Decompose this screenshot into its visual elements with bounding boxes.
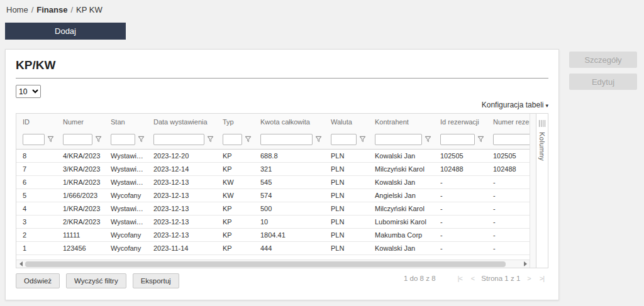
table-cell: - <box>487 241 530 254</box>
scrollbar-thumb[interactable] <box>25 261 506 267</box>
grid-viewport: IDNumerStanData wystawieniaTypKwota całk… <box>16 114 530 268</box>
filter-funnel-icon[interactable] <box>245 136 252 143</box>
table-cell: Wystawiony <box>104 149 147 162</box>
table-cell: - <box>487 202 530 215</box>
column-filter-cell <box>369 130 434 149</box>
breadcrumb-finanse[interactable]: Finanse <box>36 5 67 14</box>
edit-button[interactable]: Edytuj <box>569 74 637 90</box>
export-button[interactable]: Eksportuj <box>133 273 179 288</box>
table-cell: 2023-12-13 <box>147 202 216 215</box>
table-cell: PLN <box>325 189 369 202</box>
column-header[interactable]: Numer <box>57 114 104 130</box>
table-cell: 2/KRA/2023 <box>57 215 104 228</box>
page-indicator: Strona 1 z 1 <box>481 275 520 282</box>
table-cell: 2023-12-20 <box>147 149 216 162</box>
filter-input[interactable] <box>63 134 92 145</box>
table-cell: KW <box>216 189 254 202</box>
table-cell: 2023-12-14 <box>147 162 216 175</box>
table-cell: 321 <box>254 162 325 175</box>
table-cell: Wycofany <box>104 241 147 254</box>
table-cell: 102488 <box>487 162 530 175</box>
clear-filters-button[interactable]: Wyczyść filtry <box>66 273 126 288</box>
filter-input[interactable] <box>331 134 357 145</box>
scroll-right-button[interactable] <box>521 261 530 266</box>
table-row[interactable]: 84/KRA/2023Wystawiony2023-12-20KP688.8PL… <box>16 149 530 162</box>
table-scroll-area[interactable]: IDNumerStanData wystawieniaTypKwota całk… <box>16 114 530 260</box>
filter-input[interactable] <box>23 134 45 145</box>
breadcrumb: Home/Finanse/KP KW <box>6 5 103 14</box>
table-cell: Kowalski Jan <box>369 149 434 162</box>
column-header[interactable]: Numer rezerwacji <box>487 114 530 130</box>
table-cell: PLN <box>325 202 369 215</box>
add-button[interactable]: Dodaj <box>5 23 126 40</box>
filter-input[interactable] <box>493 134 530 145</box>
column-header[interactable]: Kontrahent <box>369 114 434 130</box>
table-cell: 3 <box>16 215 57 228</box>
scroll-left-button[interactable] <box>16 261 25 266</box>
horizontal-scrollbar[interactable] <box>16 260 530 268</box>
table-row[interactable]: 61/KRA/2023Wystawiony2023-12-13KW545PLNK… <box>16 175 530 189</box>
data-grid: IDNumerStanData wystawieniaTypKwota całk… <box>16 113 548 268</box>
filter-funnel-icon[interactable] <box>425 136 431 143</box>
breadcrumb-separator: / <box>31 5 34 14</box>
filter-input[interactable] <box>260 134 313 145</box>
filter-funnel-icon[interactable] <box>95 136 102 143</box>
table-cell: - <box>487 175 530 189</box>
filter-input[interactable] <box>223 134 242 145</box>
next-page-button[interactable]: > <box>527 275 530 282</box>
last-page-button[interactable]: >| <box>540 275 544 282</box>
filter-funnel-icon[interactable] <box>359 136 366 143</box>
page-size-select[interactable]: 10 <box>16 85 41 98</box>
table-cell: 5 <box>16 189 57 202</box>
filter-input[interactable] <box>440 134 475 145</box>
left-arrow-icon <box>19 261 23 266</box>
title-divider <box>16 78 548 79</box>
table-cell: 688.8 <box>254 149 325 162</box>
breadcrumb-separator: / <box>70 5 73 14</box>
column-header[interactable]: Id rezerwacji <box>434 114 487 130</box>
table-cell: 4/KRA/2023 <box>57 149 104 162</box>
column-header[interactable]: ID <box>16 114 57 130</box>
columns-tab-label: Kolumny <box>538 132 546 161</box>
table-cell: Milczyński Karol <box>369 162 434 175</box>
filter-input[interactable] <box>153 134 204 145</box>
table-config-link[interactable]: Konfiguracja tabeli▾ <box>482 101 548 109</box>
refresh-button[interactable]: Odśwież <box>16 273 60 288</box>
scrollbar-track[interactable] <box>25 260 521 268</box>
filter-funnel-icon[interactable] <box>207 136 214 143</box>
table-cell: 8 <box>16 149 57 162</box>
table-row[interactable]: 1123456Wycofany2023-11-14KP444PLNKowalsk… <box>16 241 530 254</box>
table-cell: 574 <box>254 189 325 202</box>
column-filter-cell <box>104 130 147 149</box>
column-header[interactable]: Data wystawienia <box>147 114 216 130</box>
filter-input[interactable] <box>375 134 422 145</box>
columns-panel-tab[interactable]: Kolumny <box>536 114 548 268</box>
columns-icon <box>539 120 546 127</box>
table-row[interactable]: 41/KRA/2023Wystawiony2023-12-13KP500PLNM… <box>16 202 530 215</box>
table-cell: PLN <box>325 228 369 241</box>
column-header[interactable]: Waluta <box>325 114 369 130</box>
table-cell: 2023-12-13 <box>147 215 216 228</box>
first-page-button[interactable]: |< <box>458 275 462 282</box>
caret-down-icon: ▾ <box>545 102 548 109</box>
breadcrumb-home[interactable]: Home <box>6 5 28 14</box>
table-cell: 2023-11-14 <box>147 241 216 254</box>
vertical-scrollbar[interactable] <box>530 114 536 268</box>
filter-input[interactable] <box>111 134 135 145</box>
grid-footer: Odśwież Wyczyść filtry Eksportuj 1 do 8 … <box>16 273 548 288</box>
column-header[interactable]: Kwota całkowita <box>254 114 325 130</box>
table-row[interactable]: 51/666/2023Wycofany2023-12-13KW574PLNAng… <box>16 189 530 202</box>
filter-funnel-icon[interactable] <box>138 136 145 143</box>
table-row[interactable]: 32/KRA/2023Wystawiony2023-12-13KP10PLNLu… <box>16 215 530 228</box>
details-button[interactable]: Szczegóły <box>569 52 637 68</box>
table-row[interactable]: 211111Wycofany2023-12-13KP1804.41PLNMaku… <box>16 228 530 241</box>
filter-funnel-icon[interactable] <box>315 136 322 143</box>
prev-page-button[interactable]: < <box>471 275 474 282</box>
filter-funnel-icon[interactable] <box>477 136 484 143</box>
table-row[interactable]: 73/KRA/2023Wystawiony2023-12-14KP321PLNM… <box>16 162 530 175</box>
column-header[interactable]: Typ <box>216 114 254 130</box>
table-cell: KP <box>216 228 254 241</box>
table-cell: 102488 <box>434 162 487 175</box>
filter-funnel-icon[interactable] <box>47 136 54 143</box>
column-header[interactable]: Stan <box>104 114 147 130</box>
